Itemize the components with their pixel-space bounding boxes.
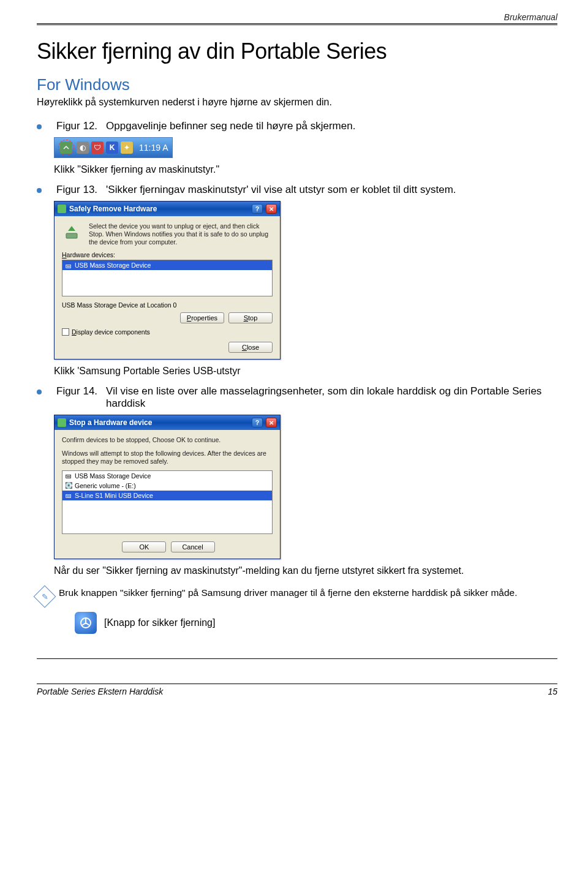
figure-13-desc: 'Sikker fjerningav maskinutstyr' vil vis… bbox=[106, 184, 557, 196]
safely-remove-highlight bbox=[58, 140, 74, 156]
footer: Portable Series Ekstern Harddisk 15 bbox=[37, 684, 557, 696]
dialog-title: Stop a Hardware device bbox=[69, 418, 152, 427]
page-number: 15 bbox=[548, 687, 557, 696]
eject-icon bbox=[62, 222, 83, 243]
taskbar-clock: 11:19 A bbox=[139, 143, 168, 153]
page-subtitle: For Windows bbox=[37, 75, 557, 94]
close-button[interactable]: ✕ bbox=[266, 204, 277, 214]
header-rule bbox=[37, 24, 557, 25]
figure-13-line: Figur 13. 'Sikker fjerningav maskinutsty… bbox=[37, 184, 557, 196]
dialog-titlebar: Stop a Hardware device ? ✕ bbox=[55, 415, 280, 430]
list-item-label: USB Mass Storage Device bbox=[75, 472, 151, 480]
volume-icon: 💽 bbox=[65, 482, 72, 489]
figure-14-label: Figur 14. bbox=[56, 385, 97, 397]
list-item[interactable]: 🖴 USB Mass Storage Device bbox=[62, 471, 272, 481]
instruction-after-fig14: Når du ser "Sikker fjerning av maskinuts… bbox=[54, 565, 557, 576]
safely-remove-dialog: Safely Remove Hardware ? ✕ Select the de… bbox=[54, 201, 281, 360]
list-item-label: S-Line S1 Mini USB Device bbox=[75, 492, 153, 499]
bullet-icon bbox=[37, 390, 42, 394]
note-text: Bruk knappen "sikker fjerning" på Samsun… bbox=[59, 587, 518, 598]
dialog-line1: Confirm devices to be stopped, Choose OK… bbox=[62, 436, 273, 444]
close-button[interactable]: ✕ bbox=[266, 418, 277, 428]
taskbar-screenshot: ◐ 🛡 K ✦ 11:19 A bbox=[54, 137, 173, 158]
hardware-devices-label: Hardware devices: bbox=[62, 251, 273, 258]
svg-rect-0 bbox=[66, 233, 77, 238]
tray-icon: ✦ bbox=[121, 141, 133, 154]
stop-button[interactable]: Stop bbox=[228, 312, 273, 323]
help-button[interactable]: ? bbox=[252, 418, 263, 428]
tray-icon: K bbox=[106, 141, 118, 154]
figure-13-label: Figur 13. bbox=[56, 184, 97, 196]
safe-remove-button-label: [Knapp for sikker fjerning] bbox=[104, 617, 215, 628]
safe-remove-button-icon bbox=[75, 612, 97, 634]
usb-device-icon: 🖴 bbox=[65, 262, 72, 269]
display-components-checkbox[interactable] bbox=[62, 328, 69, 336]
dialog-titlebar: Safely Remove Hardware ? ✕ bbox=[55, 202, 280, 216]
header-doc-type: Brukermanual bbox=[37, 12, 557, 24]
instruction-after-fig12: Klikk "Sikker fjerning av maskinutstyr." bbox=[54, 164, 557, 175]
note-row: ✎ Bruk knappen "sikker fjerning" på Sams… bbox=[37, 587, 557, 605]
display-components-label: Display device components bbox=[72, 328, 150, 336]
stop-hardware-dialog: Stop a Hardware device ? ✕ Confirm devic… bbox=[54, 415, 281, 559]
footer-left: Portable Series Ekstern Harddisk bbox=[37, 687, 163, 696]
device-location-text: USB Mass Storage Device at Location 0 bbox=[62, 301, 273, 309]
figure-12-label: Figur 12. bbox=[56, 120, 97, 132]
list-item[interactable]: 🖴 USB Mass Storage Device bbox=[62, 260, 272, 270]
footer-rule bbox=[37, 658, 557, 659]
figure-12-desc: Oppgavelinje befinner seg nede til høyre… bbox=[106, 120, 557, 132]
figure-14-line: Figur 14. Vil vise en liste over alle ma… bbox=[37, 385, 557, 410]
dialog-blurb: Select the device you want to unplug or … bbox=[89, 222, 273, 246]
devices-list[interactable]: 🖴 USB Mass Storage Device 💽 Generic volu… bbox=[62, 470, 273, 534]
page-title: Sikker fjerning av din Portable Series bbox=[37, 39, 557, 64]
note-icon: ✎ bbox=[34, 585, 56, 608]
hardware-devices-list[interactable]: 🖴 USB Mass Storage Device bbox=[62, 260, 273, 296]
dialog-title: Safely Remove Hardware bbox=[69, 205, 157, 213]
list-item[interactable]: 🖴 S-Line S1 Mini USB Device bbox=[62, 491, 272, 500]
ok-button[interactable]: OK bbox=[122, 541, 166, 552]
tray-icon: ◐ bbox=[77, 141, 89, 154]
usb-device-icon: 🖴 bbox=[65, 472, 72, 480]
figure-14-desc: Vil vise en liste over alle masselagring… bbox=[106, 385, 557, 410]
instruction-after-fig13: Klikk 'Samsung Portable Series USB-utsty… bbox=[54, 366, 557, 377]
list-item-label: Generic volume - (E:) bbox=[75, 482, 136, 489]
safe-remove-button-row: [Knapp for sikker fjerning] bbox=[75, 612, 557, 634]
list-item-label: USB Mass Storage Device bbox=[75, 262, 151, 269]
dialog-line2: Windows will attempt to stop the followi… bbox=[62, 450, 273, 465]
list-item[interactable]: 💽 Generic volume - (E:) bbox=[62, 481, 272, 491]
safely-remove-tray-icon bbox=[60, 141, 72, 154]
figure-12-line: Figur 12. Oppgavelinje befinner seg nede… bbox=[37, 120, 557, 132]
properties-button[interactable]: Properties bbox=[180, 312, 224, 323]
shield-icon: 🛡 bbox=[91, 141, 104, 154]
help-button[interactable]: ? bbox=[252, 204, 263, 214]
bullet-icon bbox=[37, 124, 42, 129]
disk-icon: 🖴 bbox=[65, 492, 72, 499]
cancel-button[interactable]: Cancel bbox=[171, 541, 215, 552]
close-dialog-button[interactable]: Close bbox=[228, 342, 273, 353]
dialog-title-icon bbox=[58, 418, 66, 427]
dialog-title-icon bbox=[58, 205, 66, 213]
intro-text: Høyreklikk på systemkurven nederst i høy… bbox=[37, 97, 557, 108]
bullet-icon bbox=[37, 188, 42, 193]
